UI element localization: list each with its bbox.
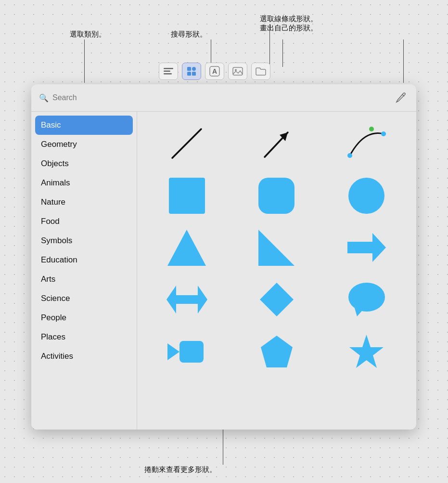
panel-body: Basic Geometry Objects Animals Nature Fo… <box>31 112 416 430</box>
shape-square[interactable] <box>145 171 229 220</box>
svg-text:A: A <box>212 67 217 75</box>
shape-triangle-right-angle[interactable] <box>235 223 319 272</box>
svg-line-12 <box>172 129 201 158</box>
shape-star[interactable] <box>324 327 409 376</box>
toolbar-folder-btn[interactable] <box>251 63 270 80</box>
svg-marker-26 <box>261 336 293 367</box>
sidebar-item-geometry[interactable]: Geometry <box>31 135 137 154</box>
sidebar-item-objects[interactable]: Objects <box>31 154 137 173</box>
sidebar-item-basic[interactable]: Basic <box>35 116 133 135</box>
sidebar-item-animals[interactable]: Animals <box>31 173 137 193</box>
sidebar-item-food[interactable]: Food <box>31 212 137 231</box>
svg-point-17 <box>369 127 374 131</box>
annotation-scroll-more: 捲動來查看更多形狀。 <box>144 465 217 474</box>
pen-icon[interactable] <box>393 90 409 105</box>
svg-rect-24 <box>179 341 204 363</box>
svg-rect-0 <box>164 68 173 69</box>
toolbar-image-btn[interactable] <box>228 63 247 80</box>
annotation-select-line: 選取線條或形狀。 畫出自己的形狀。 <box>260 14 318 33</box>
svg-rect-5 <box>187 72 191 76</box>
toolbar-text-a-btn[interactable]: A <box>205 63 224 80</box>
sidebar-item-places[interactable]: Places <box>31 327 137 347</box>
shape-circle[interactable] <box>324 171 409 220</box>
svg-point-22 <box>348 283 385 312</box>
svg-marker-25 <box>167 343 179 360</box>
shapes-panel: 🔍 Basic Geometry Objects Animals Nature … <box>31 84 416 430</box>
shapes-row-4 <box>145 275 409 324</box>
sidebar-item-nature[interactable]: Nature <box>31 193 137 212</box>
search-bar: 🔍 <box>31 84 416 112</box>
svg-marker-23 <box>355 308 364 316</box>
shape-curve[interactable] <box>324 119 409 168</box>
circle-shape <box>348 178 384 214</box>
category-sidebar: Basic Geometry Objects Animals Nature Fo… <box>31 112 137 430</box>
rounded-rect-shape <box>258 178 294 214</box>
svg-marker-27 <box>349 335 384 368</box>
svg-rect-3 <box>187 67 191 71</box>
square-shape <box>169 178 205 214</box>
svg-rect-9 <box>233 67 243 75</box>
shapes-row-2 <box>145 171 409 220</box>
svg-rect-4 <box>192 67 196 71</box>
shape-double-arrow[interactable] <box>145 275 229 324</box>
shape-arrow-right[interactable] <box>324 223 409 272</box>
svg-point-10 <box>235 69 237 71</box>
svg-rect-2 <box>164 73 172 75</box>
annotation-search-shape: 搜尋形狀。 <box>171 30 207 39</box>
svg-marker-20 <box>166 286 207 313</box>
shape-speech-bubble[interactable] <box>324 275 409 324</box>
sidebar-item-symbols[interactable]: Symbols <box>31 231 137 250</box>
svg-rect-6 <box>192 72 196 76</box>
shapes-row-5 <box>145 327 409 376</box>
shape-arrow[interactable] <box>235 119 319 168</box>
annotation-line-3 <box>269 24 270 67</box>
toolbar-text-btn[interactable] <box>159 63 178 80</box>
sidebar-item-science[interactable]: Science <box>31 289 137 308</box>
sidebar-item-education[interactable]: Education <box>31 250 137 270</box>
annotation-select-category: 選取類別。 <box>70 30 106 39</box>
annotation-line-4 <box>403 39 404 83</box>
search-input[interactable] <box>52 93 389 102</box>
svg-rect-1 <box>164 71 170 72</box>
shapes-row-1 <box>145 119 409 168</box>
svg-point-15 <box>347 153 352 158</box>
svg-marker-21 <box>260 283 294 316</box>
shape-rounded-rect[interactable] <box>235 171 319 220</box>
toolbar: A <box>159 63 270 80</box>
shapes-row-3 <box>145 223 409 272</box>
svg-marker-18 <box>258 230 294 266</box>
sidebar-item-arts[interactable]: Arts <box>31 270 137 289</box>
search-icon: 🔍 <box>39 93 49 103</box>
svg-point-16 <box>381 131 386 136</box>
sidebar-item-activities[interactable]: Activities <box>31 347 137 366</box>
shape-diamond[interactable] <box>235 275 319 324</box>
toolbar-shapes-btn[interactable] <box>182 63 201 80</box>
svg-marker-19 <box>347 233 386 262</box>
shape-triangle-up[interactable] <box>145 223 229 272</box>
annotation-line-1 <box>84 39 85 83</box>
annotation-line-3b <box>282 39 283 67</box>
shape-left-arrow-rounded[interactable] <box>145 327 229 376</box>
shapes-area <box>137 112 416 430</box>
shape-pentagon[interactable] <box>235 327 319 376</box>
triangle-up-shape <box>167 230 206 266</box>
sidebar-item-people[interactable]: People <box>31 308 137 327</box>
shape-line[interactable] <box>145 119 229 168</box>
